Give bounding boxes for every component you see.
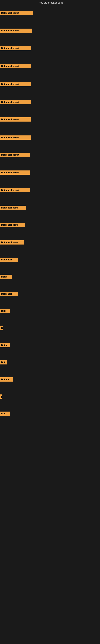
bottleneck-row-24: Bottl [0, 412, 10, 416]
bottleneck-row-17: Bottleneck [0, 292, 18, 297]
bottleneck-bar-17: Bottleneck [0, 292, 18, 296]
bottleneck-bar-23: | [0, 394, 2, 399]
bottleneck-bar-18: Bottl [0, 309, 10, 313]
bottleneck-bar-3: Bottleneck result [0, 46, 31, 50]
bottleneck-row-5: Bottleneck result [0, 82, 31, 87]
bottleneck-bar-13: Bottleneck resu [0, 223, 25, 227]
bottleneck-row-7: Bottleneck result [0, 117, 31, 122]
bottleneck-bar-20: Bottle [0, 343, 10, 347]
bottleneck-bar-16: Bottler [0, 275, 12, 279]
bottleneck-bar-1: Bottleneck result [0, 11, 33, 15]
bottleneck-row-11: Bottleneck result [0, 188, 30, 193]
bottleneck-bar-22: Bottlen [0, 377, 13, 382]
bottleneck-row-23: | [0, 394, 2, 400]
bottleneck-bar-11: Bottleneck result [0, 188, 30, 192]
bottleneck-row-13: Bottleneck resu [0, 223, 25, 228]
bottleneck-bar-6: Bottleneck result [0, 100, 31, 104]
bottleneck-row-3: Bottleneck result [0, 46, 31, 51]
bottleneck-row-8: Bottleneck result [0, 136, 31, 140]
bottleneck-bar-4: Bottleneck result [0, 64, 31, 68]
bottleneck-bar-8: Bottleneck result [0, 136, 31, 140]
page-wrapper: TheBottlenecker.com Bottleneck resultBot… [0, 0, 100, 644]
bottleneck-bar-14: Bottleneck resu [0, 240, 24, 244]
bottleneck-row-6: Bottleneck result [0, 100, 31, 105]
bottleneck-bar-10: Bottleneck result [0, 170, 30, 175]
site-title: TheBottlenecker.com [0, 0, 100, 6]
bottleneck-bar-2: Bottleneck result [0, 28, 32, 33]
bars-container: Bottleneck resultBottleneck resultBottle… [0, 6, 100, 629]
bottleneck-bar-7: Bottleneck result [0, 117, 31, 122]
bottleneck-row-21: Bot [0, 360, 7, 365]
bottleneck-bar-21: Bot [0, 360, 7, 364]
bottleneck-row-1: Bottleneck result [0, 11, 33, 16]
bottleneck-bar-24: Bottl [0, 412, 10, 416]
bottleneck-bar-12: Bottleneck resu [0, 206, 26, 210]
bottleneck-row-19: B [0, 326, 3, 331]
bottleneck-row-14: Bottleneck resu [0, 240, 24, 245]
bottleneck-row-20: Bottle [0, 343, 10, 348]
bottleneck-row-2: Bottleneck result [0, 28, 32, 34]
bottleneck-row-18: Bottl [0, 309, 10, 314]
bottleneck-row-10: Bottleneck result [0, 170, 30, 176]
bottleneck-row-22: Bottlen [0, 377, 13, 382]
bottleneck-bar-9: Bottleneck result [0, 153, 30, 157]
bottleneck-row-9: Bottleneck result [0, 153, 30, 158]
bottleneck-row-16: Bottler [0, 275, 12, 280]
bottleneck-row-12: Bottleneck resu [0, 206, 26, 211]
bottleneck-bar-19: B [0, 326, 3, 330]
bottleneck-row-15: Bottleneck [0, 258, 18, 263]
bottleneck-bar-15: Bottleneck [0, 258, 18, 262]
bottleneck-row-4: Bottleneck result [0, 64, 31, 69]
bottleneck-bar-5: Bottleneck result [0, 82, 31, 86]
